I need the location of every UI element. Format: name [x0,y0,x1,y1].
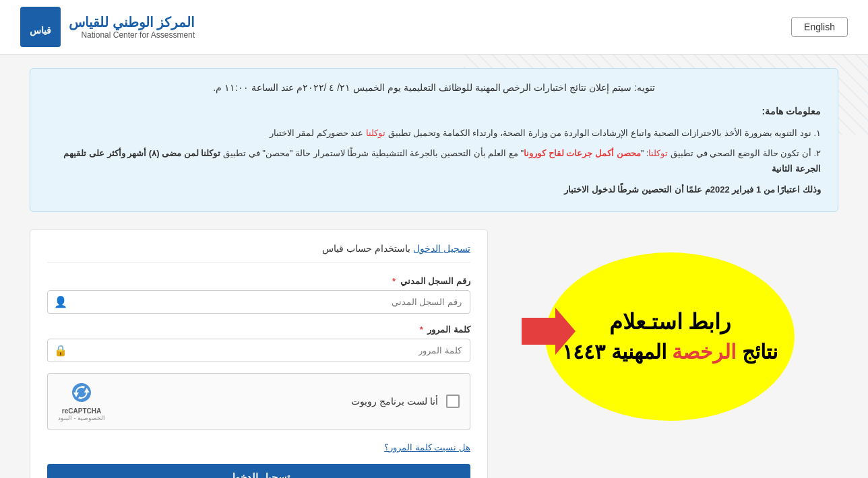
oval-line2: نتائج الرخصة المهنية ١٤٤٣ [562,340,777,364]
captcha-box[interactable]: أنا لست برنامج روبوت reCAPTCHA الخصوصية … [47,373,470,430]
recaptcha-links: الخصوصية - البنود [58,415,105,421]
captcha-checkbox[interactable] [446,395,460,408]
national-id-label: رقم السجل المدني * [47,276,470,286]
required-star2: * [420,325,423,335]
national-id-input[interactable] [47,290,470,314]
notice-line3: وذلك اعتبارًا من 1 فبراير 2022م علمًا أن… [47,182,821,197]
oval-area[interactable]: رابط استـعلام نتائج الرخصة المهنية ١٤٤٣ [501,229,838,444]
oval-professional-text: المهنية ١٤٤٣ [562,341,666,363]
header: English المركز الوطني للقياس National Ce… [0,0,868,55]
recaptcha-icon [71,382,92,407]
notice-line1: ١. نود التنويه بضرورة الأخذ بالاحترازات … [47,125,821,141]
login-link[interactable]: تسجيل الدخول [413,243,470,254]
login-header: تسجيل الدخول باستخدام حساب قياس [47,243,470,263]
oval-line1: رابط استـعلام [609,309,731,335]
tawakkalna-ref1: توكلنا [366,128,385,138]
forgot-password-area: هل نسيت كلمة المرور؟ [47,441,470,453]
info-section: معلومات هامة: ١. نود التنويه بضرورة الأخ… [47,103,821,198]
captcha-left: أنا لست برنامج روبوت [351,395,460,408]
captcha-label: أنا لست برنامج روبوت [351,396,438,407]
logo-icon: قياس [20,7,61,47]
oval-results-text: نتائج [742,341,778,363]
yellow-oval: رابط استـعلام نتائج الرخصة المهنية ١٤٤٣ [545,252,795,421]
national-id-group: رقم السجل المدني * 👤 [47,276,470,314]
forgot-password-link[interactable]: هل نسيت كلمة المرور؟ [384,442,470,452]
password-wrapper: 🔒 [47,339,470,362]
logo-text-area: المركز الوطني للقياس National Center for… [69,14,195,40]
login-header-text: باستخدام حساب قياس [322,243,410,254]
notice-line2: ٢. أن تكون حالة الوضع الصحي في تطبيق توك… [47,145,821,177]
logo-arabic-name: المركز الوطني للقياس [69,14,195,30]
national-id-wrapper: 👤 [47,290,470,314]
login-form: تسجيل الدخول باستخدام حساب قياس رقم السج… [30,229,488,478]
captcha-logo: reCAPTCHA الخصوصية - البنود [58,382,105,421]
person-icon: 👤 [54,296,67,308]
main-content: تنويه: سيتم إعلان نتائج اختبارات الرخص ا… [16,68,852,478]
svg-text:قياس: قياس [30,25,51,36]
notice-box: تنويه: سيتم إعلان نتائج اختبارات الرخص ا… [30,68,838,212]
logo-area: المركز الوطني للقياس National Center for… [20,7,195,47]
oval-license-text: الرخصة [672,341,736,363]
password-group: كلمة المرور * 🔒 [47,325,470,362]
lock-icon: 🔒 [54,344,67,357]
english-language-button[interactable]: English [791,17,848,37]
bottom-section: رابط استـعلام نتائج الرخصة المهنية ١٤٤٣ … [30,229,838,478]
svg-marker-2 [522,308,576,355]
tawakkalna-ref2: توكلنا [648,148,668,158]
notice-title: تنويه: سيتم إعلان نتائج اختبارات الرخص ا… [47,82,821,93]
login-button[interactable]: تسجيل الدخول [47,464,470,478]
password-input[interactable] [47,339,470,362]
info-heading: معلومات هامة: [47,103,821,120]
password-label: كلمة المرور * [47,325,470,335]
recaptcha-brand: reCAPTCHA [62,407,101,415]
vaccinated-status: محصن أكمل جرعات لقاح كورونا [524,148,640,158]
arrow-right-icon [522,308,576,366]
required-star1: * [392,276,396,286]
logo-english-name: National Center for Assessment [69,30,195,40]
